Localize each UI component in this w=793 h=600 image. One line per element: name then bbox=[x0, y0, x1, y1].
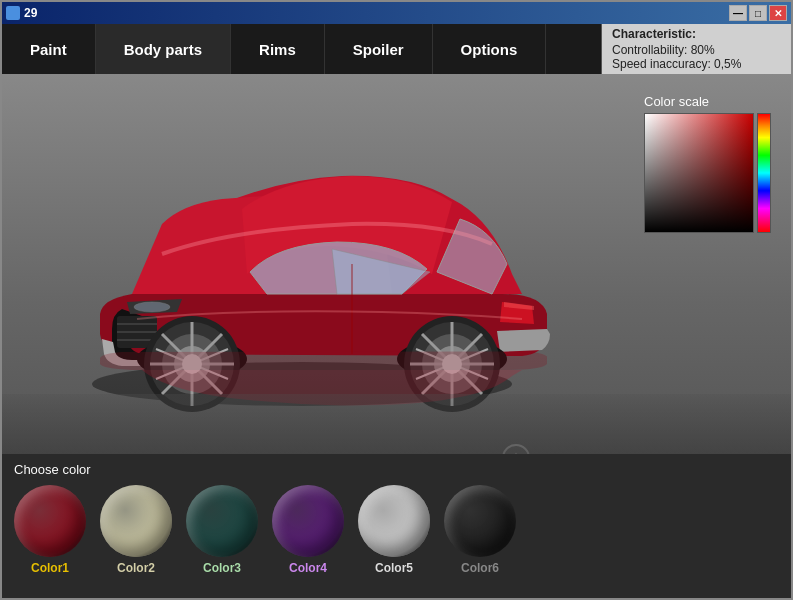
nav-options[interactable]: Options bbox=[433, 24, 547, 74]
minimize-button[interactable]: — bbox=[729, 5, 747, 21]
swatch-name-6: Color6 bbox=[461, 561, 499, 575]
color-swatch-3[interactable]: Color3 bbox=[186, 485, 258, 575]
floor-reflection bbox=[2, 394, 791, 454]
nav-spoiler[interactable]: Spoiler bbox=[325, 24, 433, 74]
color-swatch-1[interactable]: Color1 bbox=[14, 485, 86, 575]
main-view: Color scale + bbox=[2, 74, 791, 454]
hue-bar[interactable] bbox=[757, 113, 771, 233]
choose-color-label: Choose color bbox=[14, 462, 779, 477]
bottom-section: Choose color Color1Color2Color3Color4Col… bbox=[2, 454, 791, 600]
swatch-ball-5 bbox=[358, 485, 430, 557]
color-scale-container bbox=[644, 113, 771, 233]
app-icon bbox=[6, 6, 20, 20]
svg-point-6 bbox=[134, 302, 170, 312]
car-image bbox=[52, 104, 572, 414]
nav-paint[interactable]: Paint bbox=[2, 24, 96, 74]
characteristics-panel: Characteristic: Controllability: 80% Spe… bbox=[601, 24, 791, 74]
maximize-button[interactable]: □ bbox=[749, 5, 767, 21]
swatch-name-3: Color3 bbox=[203, 561, 241, 575]
swatch-ball-2 bbox=[100, 485, 172, 557]
nav-body-parts[interactable]: Body parts bbox=[96, 24, 231, 74]
swatch-ball-4 bbox=[272, 485, 344, 557]
swatch-name-4: Color4 bbox=[289, 561, 327, 575]
controllability: Controllability: 80% bbox=[612, 43, 781, 57]
swatch-ball-1 bbox=[14, 485, 86, 557]
color-swatch-5[interactable]: Color5 bbox=[358, 485, 430, 575]
color-swatch-4[interactable]: Color4 bbox=[272, 485, 344, 575]
color-scale-label: Color scale bbox=[644, 94, 709, 109]
nav-bar: Paint Body parts Rims Spoiler Options Ch… bbox=[2, 24, 791, 74]
char-title: Characteristic: bbox=[612, 27, 781, 41]
swatch-ball-6 bbox=[444, 485, 516, 557]
color-swatch-6[interactable]: Color6 bbox=[444, 485, 516, 575]
swatch-name-5: Color5 bbox=[375, 561, 413, 575]
color-gradient-picker[interactable] bbox=[644, 113, 754, 233]
swatch-name-2: Color2 bbox=[117, 561, 155, 575]
close-button[interactable]: ✕ bbox=[769, 5, 787, 21]
title-bar: 29 — □ ✕ bbox=[2, 2, 791, 24]
nav-rims[interactable]: Rims bbox=[231, 24, 325, 74]
window-title: 29 bbox=[24, 6, 37, 20]
color-scale-panel: Color scale bbox=[644, 94, 771, 233]
color-swatch-2[interactable]: Color2 bbox=[100, 485, 172, 575]
title-bar-left: 29 bbox=[6, 6, 37, 20]
car-visual bbox=[52, 104, 572, 414]
swatch-ball-3 bbox=[186, 485, 258, 557]
title-bar-controls: — □ ✕ bbox=[729, 5, 787, 21]
swatch-name-1: Color1 bbox=[31, 561, 69, 575]
speed-inaccuracy: Speed inaccuracy: 0,5% bbox=[612, 57, 781, 71]
color-swatches-container: Color1Color2Color3Color4Color5Color6 bbox=[14, 485, 779, 575]
